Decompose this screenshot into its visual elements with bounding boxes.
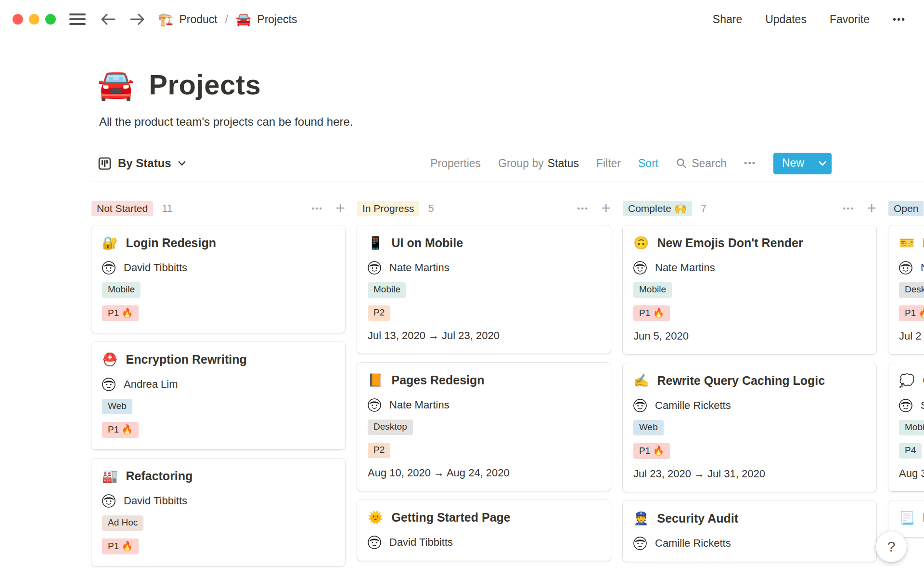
project-card-pages-redesign[interactable]: 📙Pages RedesignNate MartinsDesktopP2Aug … (357, 363, 611, 491)
card-title: 👮Security Audit (633, 511, 866, 526)
breadcrumb-item-projects[interactable]: 🚘 Projects (236, 12, 297, 27)
card-tag-row: P1 🔥 (633, 443, 866, 459)
properties-button[interactable]: Properties (430, 157, 481, 170)
sort-button[interactable]: Sort (638, 157, 658, 170)
avatar (102, 494, 116, 508)
card-title: 💭C (899, 373, 924, 388)
page-description[interactable]: All the product team's projects can be f… (91, 115, 924, 129)
car-icon: 🚘 (236, 12, 251, 27)
page-header: 🚘 Projects (91, 68, 924, 101)
tag-p4: P4 (899, 443, 922, 459)
favorite-button[interactable]: Favorite (830, 13, 870, 26)
column-more-icon[interactable]: ••• (843, 204, 854, 213)
project-card-p[interactable]: 🎫PNDesktopP1 🔥Jul 2 (888, 225, 924, 354)
card-title-text: Refactoring (126, 468, 192, 484)
project-card-getting-started-page[interactable]: 🌞Getting Started PageDavid Tibbitts (357, 500, 611, 561)
column-status-badge: Not Started (91, 201, 153, 216)
project-card-security-audit[interactable]: 👮Security AuditCamille Ricketts (623, 501, 876, 562)
card-title: ⛑️Encryption Rewriting (102, 352, 334, 367)
toolbar-more-icon[interactable]: ••• (744, 158, 756, 169)
tag-p1: P1 🔥 (633, 305, 670, 321)
card-title-text: Login Redesign (126, 235, 216, 250)
project-card-login-redesign[interactable]: 🔐Login RedesignDavid TibbittsMobileP1 🔥 (91, 225, 345, 333)
notion-window: 🏗️ Product / 🚘 Projects Share Updates Fa… (0, 0, 924, 578)
card-tag-row: P1 🔥 (102, 305, 334, 321)
zoom-window-button[interactable] (45, 14, 56, 25)
view-switcher-by-status[interactable]: By Status (98, 157, 186, 170)
column-add-icon[interactable]: + (335, 199, 345, 216)
project-card-new-emojis-don-t-render[interactable]: 🙃New Emojis Don't RenderNate MartinsMobi… (623, 225, 876, 354)
card-tag-row: Mobile (633, 282, 866, 298)
column-more-icon[interactable]: ••• (311, 204, 323, 213)
card-title: 📙Pages Redesign (368, 372, 600, 388)
search-icon (676, 158, 687, 169)
minimize-window-button[interactable] (29, 14, 39, 25)
tag-mobile: Mobile (102, 282, 141, 298)
more-options-icon[interactable]: ••• (893, 14, 906, 25)
card-icon: 🎫 (899, 235, 914, 250)
toolbar-divider (91, 182, 924, 182)
tag-p1: P1 🔥 (899, 305, 924, 321)
new-dropdown-button[interactable] (813, 153, 832, 174)
group-by-button[interactable]: Group byStatus (498, 157, 579, 170)
breadcrumb-label: Projects (257, 13, 297, 26)
avatar (899, 261, 912, 275)
card-icon: 🔐 (102, 235, 117, 250)
project-card-ui-on-mobile[interactable]: 📱UI on MobileNate MartinsMobileP2Jul 13,… (357, 225, 611, 354)
breadcrumb-label: Product (179, 13, 217, 26)
card-assignee: Camille Ricketts (633, 399, 866, 412)
card-title: 🙃New Emojis Don't Render (633, 235, 866, 250)
card-tag-row: Desktop (368, 420, 600, 435)
back-arrow-icon[interactable] (100, 13, 116, 26)
card-dates: Jul 2 (899, 330, 924, 342)
card-assignee: Nate Martins (368, 261, 600, 275)
search-button[interactable]: Search (676, 157, 727, 170)
close-window-button[interactable] (13, 14, 23, 25)
tag-ad-hoc: Ad Hoc (102, 515, 143, 531)
sidebar-toggle-icon[interactable] (69, 13, 86, 25)
card-tag-row: P1 🔥 (102, 539, 334, 554)
card-tag-row: P2 (368, 305, 600, 321)
share-button[interactable]: Share (713, 13, 742, 26)
tag-p1: P1 🔥 (102, 305, 139, 321)
page-title[interactable]: Projects (149, 68, 261, 101)
column-add-icon[interactable]: + (867, 199, 876, 216)
page-icon-car[interactable]: 🚘 (97, 70, 134, 100)
card-tag-row: Mobile (899, 420, 924, 435)
board: Not Started11•••+🔐Login RedesignDavid Ti… (91, 199, 924, 575)
breadcrumb-item-product[interactable]: 🏗️ Product (158, 12, 218, 27)
card-assignee: Nate Martins (368, 398, 600, 412)
card-icon: 📙 (368, 372, 383, 388)
project-card-encryption-rewriting[interactable]: ⛑️Encryption RewritingAndrea LimWebP1 🔥 (91, 342, 345, 449)
card-dates: Jul 23, 2020 → Jul 31, 2020 (633, 468, 866, 480)
new-button-group: New (773, 153, 832, 174)
avatar (368, 536, 381, 549)
forward-arrow-icon[interactable] (129, 13, 145, 26)
new-button[interactable]: New (773, 153, 813, 174)
card-assignee: Andrea Lim (102, 378, 334, 391)
filter-button[interactable]: Filter (596, 157, 621, 170)
tag-p1: P1 🔥 (102, 422, 139, 438)
column-more-icon[interactable]: ••• (577, 204, 589, 213)
card-title: ✍️Rewrite Query Caching Logic (633, 373, 866, 388)
card-icon: 💭 (899, 373, 914, 388)
window-controls (13, 14, 56, 25)
updates-button[interactable]: Updates (765, 13, 807, 26)
project-card-c[interactable]: 💭CSMobileP4Aug 3 (888, 363, 924, 491)
card-assignee: Camille Ricketts (633, 537, 866, 550)
help-button[interactable]: ? (876, 531, 907, 562)
column-add-icon[interactable]: + (601, 199, 611, 216)
assignee-name: Camille Ricketts (655, 537, 731, 550)
chevron-down-icon (819, 161, 826, 166)
project-card-refactoring[interactable]: 🏭RefactoringDavid TibbittsAd HocP1 🔥 (91, 459, 345, 566)
view-name: By Status (118, 157, 171, 170)
card-tag-row: Web (633, 420, 866, 435)
project-card-rewrite-query-caching-logic[interactable]: ✍️Rewrite Query Caching LogicCamille Ric… (623, 363, 876, 492)
avatar (102, 261, 116, 275)
card-tag-row: Desktop (899, 282, 924, 298)
tag-web: Web (102, 399, 132, 414)
assignee-name: S (921, 399, 924, 412)
card-icon: 🌞 (368, 510, 383, 525)
card-assignee: N (899, 261, 924, 275)
card-icon: ⛑️ (102, 352, 117, 367)
